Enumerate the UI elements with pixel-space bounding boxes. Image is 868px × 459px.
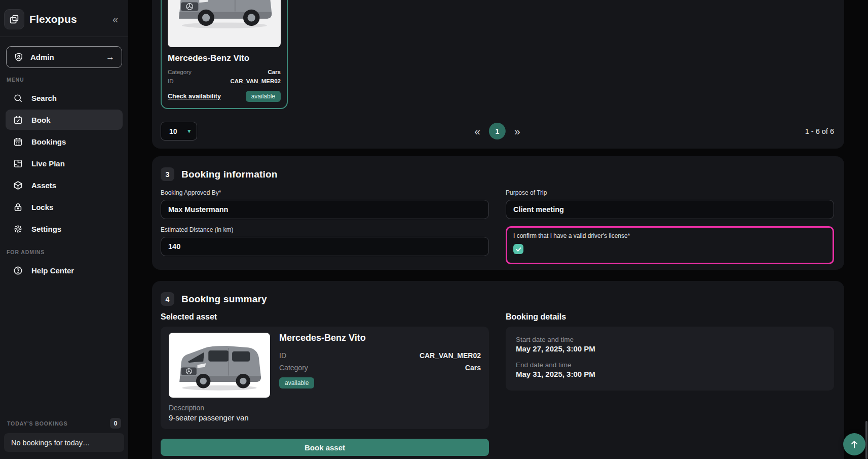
end-date-label: End date and time (516, 361, 824, 369)
id-value: CAR_VAN_MER02 (231, 78, 281, 84)
start-date-value: May 27, 2025, 3:00 PM (516, 344, 824, 353)
selected-category-label: Category (279, 364, 308, 372)
selected-id-label: ID (279, 351, 286, 360)
brand-title: Flexopus (29, 13, 107, 25)
next-page-button[interactable]: » (514, 126, 520, 136)
booking-information-panel: 3 Booking information Booking Approved B… (152, 156, 844, 270)
divider (0, 37, 128, 37)
selected-category-value: Cars (465, 364, 481, 372)
calendar-icon (13, 136, 23, 147)
sidebar: Flexopus « Admin → MENU Search (0, 0, 128, 459)
booking-information-title: Booking information (181, 169, 278, 180)
lock-icon (13, 202, 23, 212)
arrow-up-icon (849, 439, 859, 449)
asset-list-panel: Mercedes-Benz Vito Category Cars ID CAR_… (152, 0, 844, 149)
booking-details-heading: Booking details (506, 312, 834, 322)
page-size-value: 10 (169, 127, 177, 135)
sidebar-item-book[interactable]: Book (6, 110, 123, 130)
sidebar-item-help-center[interactable]: Help Center (6, 260, 123, 280)
for-admins-section-label: FOR ADMINS (7, 249, 128, 255)
availability-status-badge: available (246, 91, 281, 102)
collapse-sidebar-icon[interactable]: « (112, 14, 123, 25)
pagination-bar: 10 ▾ « 1 » 1 - 6 of 6 (161, 122, 834, 140)
no-bookings-message: No bookings for today… (4, 433, 124, 452)
menu-section-label: MENU (7, 77, 128, 83)
pagination-range-text: 1 - 6 of 6 (805, 127, 834, 135)
purpose-input[interactable] (506, 200, 834, 219)
cube-icon (13, 180, 23, 190)
search-icon (13, 93, 23, 103)
category-label: Category (168, 69, 192, 75)
previous-page-button[interactable]: « (474, 126, 480, 136)
category-value: Cars (268, 69, 281, 75)
description-label: Description (169, 404, 481, 412)
end-date-value: May 31, 2025, 3:00 PM (516, 370, 824, 378)
vertical-scrollbar-thumb[interactable] (865, 421, 867, 459)
selected-asset-column: Selected asset Mercedes-Benz Vito ID CAR… (161, 312, 489, 456)
current-page-indicator[interactable]: 1 (489, 123, 506, 139)
main-content: Mercedes-Benz Vito Category Cars ID CAR_… (152, 0, 844, 459)
distance-field-group: Estimated Distance (in km) (161, 226, 489, 256)
booking-details-box: Start date and time May 27, 2025, 3:00 P… (506, 327, 834, 391)
page-size-select[interactable]: 10 ▾ (161, 122, 197, 140)
selected-status-badge: available (279, 377, 314, 389)
approved-by-field-group: Booking Approved By* (161, 189, 489, 219)
todays-bookings-label: TODAY'S BOOKINGS (7, 420, 110, 427)
check-icon (515, 246, 522, 253)
license-label: I confirm that I have a valid driver's l… (513, 232, 826, 239)
step-4-badge: 4 (161, 292, 174, 306)
sidebar-item-bookings[interactable]: Bookings (6, 131, 123, 152)
distance-label: Estimated Distance (in km) (161, 226, 489, 233)
step-3-badge: 3 (161, 167, 174, 181)
booking-summary-title: Booking summary (181, 294, 267, 305)
todays-bookings-count-badge: 0 (110, 418, 121, 429)
flexopus-logo-icon (4, 9, 24, 29)
calendar-check-icon (13, 115, 23, 125)
id-label: ID (168, 78, 174, 84)
start-date-label: Start date and time (516, 336, 824, 343)
sidebar-header: Flexopus « (0, 0, 128, 37)
sidebar-item-assets[interactable]: Assets (6, 175, 123, 195)
license-checkbox-checked[interactable] (513, 244, 523, 254)
selected-asset-photo (169, 333, 270, 398)
distance-input[interactable] (161, 237, 489, 256)
booking-summary-panel: 4 Booking summary Selected asset Mercede… (152, 281, 844, 459)
help-icon (13, 265, 23, 275)
arrow-right-icon: → (106, 52, 115, 62)
booking-details-column: Booking details Start date and time May … (506, 312, 834, 391)
description-value: 9-seater passenger van (169, 413, 481, 422)
gear-icon (13, 224, 23, 234)
selected-asset-title: Mercedes-Benz Vito (279, 333, 481, 343)
check-availability-link[interactable]: Check availability (168, 93, 221, 100)
purpose-label: Purpose of Trip (506, 189, 834, 196)
selected-asset-card: Mercedes-Benz Vito ID CAR_VAN_MER02 Cate… (161, 327, 489, 429)
todays-bookings-section: TODAY'S BOOKINGS 0 No bookings for today… (0, 418, 128, 459)
approved-by-input[interactable] (161, 200, 489, 219)
asset-card-selected[interactable]: Mercedes-Benz Vito Category Cars ID CAR_… (161, 0, 288, 109)
sidebar-item-live-plan[interactable]: Live Plan (6, 153, 123, 173)
admin-label: Admin (30, 53, 99, 61)
sidebar-item-settings[interactable]: Settings (6, 219, 123, 239)
sidebar-item-search[interactable]: Search (6, 88, 123, 108)
approved-by-label: Booking Approved By* (161, 189, 489, 196)
chevron-down-icon: ▾ (187, 128, 191, 134)
sidebar-nav: Search Book Bookings (0, 86, 128, 240)
book-asset-button[interactable]: Book asset (161, 439, 489, 456)
selected-id-value: CAR_VAN_MER02 (420, 351, 481, 360)
admin-button[interactable]: Admin → (6, 46, 122, 68)
sidebar-item-locks[interactable]: Locks (6, 197, 123, 217)
purpose-field-group: Purpose of Trip (506, 189, 834, 219)
asset-title: Mercedes-Benz Vito (168, 53, 281, 63)
selected-asset-heading: Selected asset (161, 312, 489, 322)
shield-user-icon (14, 52, 24, 62)
scroll-to-top-button[interactable] (843, 433, 865, 455)
license-confirmation-group-highlighted: I confirm that I have a valid driver's l… (506, 226, 834, 264)
asset-photo (168, 0, 281, 47)
floor-plan-icon (13, 158, 23, 168)
